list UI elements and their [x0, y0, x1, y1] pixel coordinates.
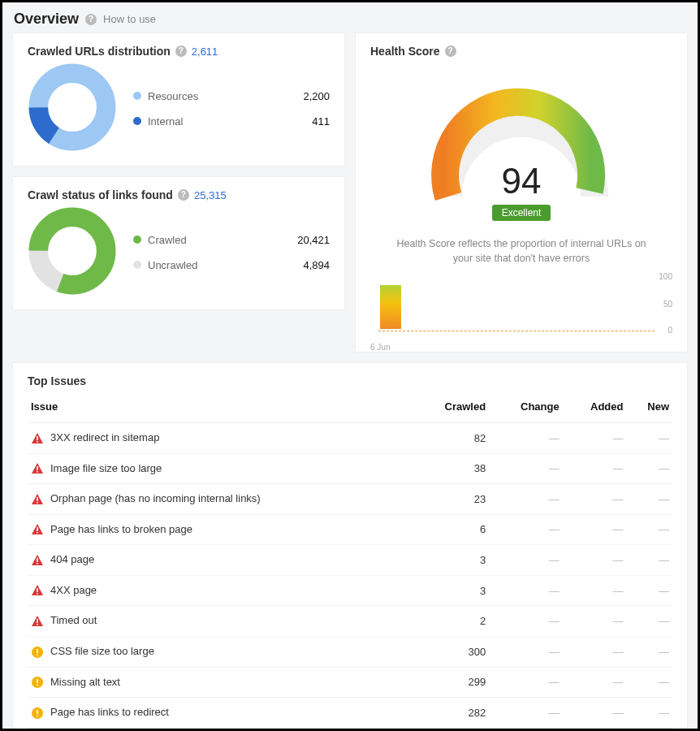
warning-circle-icon [31, 676, 44, 689]
y-tick-label: 100 [659, 272, 672, 281]
issue-link[interactable]: 4XX page [50, 584, 97, 596]
table-row[interactable]: Page has links to broken page6——— [28, 514, 672, 545]
issue-link[interactable]: Image file size too large [50, 462, 162, 474]
change-cell: — [489, 575, 563, 606]
table-row[interactable]: CSS file size too large300——— [28, 636, 672, 667]
svg-rect-20 [37, 654, 38, 655]
new-cell: — [626, 423, 672, 454]
issue-link[interactable]: CSS file size too large [50, 645, 154, 657]
svg-rect-12 [37, 558, 38, 562]
new-cell: — [626, 545, 672, 576]
legend-value: 411 [312, 115, 330, 128]
issue-cell: Timed out [28, 606, 412, 637]
legend-value: 2,200 [303, 90, 330, 102]
svg-rect-17 [37, 624, 38, 625]
new-cell: — [626, 667, 672, 698]
added-cell: — [563, 545, 627, 576]
col-new[interactable]: New [626, 392, 672, 423]
legend-item-internal[interactable]: Internal 411 [133, 109, 330, 134]
table-row[interactable]: 404 page3——— [28, 545, 672, 576]
issue-link[interactable]: Missing alt text [50, 676, 120, 688]
donut-chart-icon [28, 206, 117, 296]
issue-link[interactable]: Page has links to redirect [50, 706, 169, 718]
change-cell: — [489, 667, 563, 698]
added-cell: — [563, 636, 627, 667]
svg-rect-8 [37, 497, 38, 501]
issue-link[interactable]: 3XX redirect in sitemap [50, 431, 159, 443]
change-cell: — [489, 606, 563, 637]
crawled-cell: 82 [412, 423, 489, 454]
svg-rect-15 [37, 593, 38, 595]
legend-item-resources[interactable]: Resources 2,200 [133, 84, 330, 109]
crawl-status-total-link[interactable]: 25,315 [194, 189, 227, 201]
new-cell: — [626, 484, 672, 515]
legend-label: Resources [148, 90, 296, 102]
svg-rect-5 [37, 441, 38, 443]
how-to-use-link[interactable]: How to use [103, 13, 156, 25]
col-change[interactable]: Change [489, 392, 563, 423]
crawled-cell: 3 [412, 545, 489, 576]
help-icon[interactable]: ? [85, 14, 97, 25]
y-tick-label: 50 [663, 300, 672, 309]
help-icon[interactable]: ? [175, 45, 187, 57]
crawled-urls-title: Crawled URLs distribution [28, 45, 171, 58]
health-score-description: Health Score reflects the proportion of … [390, 237, 653, 266]
svg-rect-7 [37, 471, 38, 473]
table-header-row: Issue Crawled Change Added New [28, 392, 672, 423]
svg-rect-11 [37, 532, 38, 534]
legend-label: Uncrawled [148, 259, 296, 271]
legend-item-uncrawled[interactable]: Uncrawled 4,894 [133, 253, 330, 278]
legend-label: Internal [148, 115, 305, 128]
baseline-line [378, 331, 655, 331]
table-row[interactable]: Image file size too large38——— [28, 453, 672, 484]
table-row[interactable]: Page has links to redirect282——— [28, 698, 672, 729]
col-issue[interactable]: Issue [28, 392, 412, 423]
crawled-cell: 23 [412, 484, 489, 515]
col-crawled[interactable]: Crawled [412, 392, 489, 423]
table-row[interactable]: Missing alt text299——— [28, 667, 672, 698]
issue-cell: 404 page [28, 545, 412, 576]
crawl-status-card: Crawl status of links found ? 25,315 Cra… [12, 176, 345, 310]
issue-cell: Page has links to redirect [28, 698, 412, 729]
crawled-urls-total-link[interactable]: 2,611 [192, 45, 218, 58]
svg-rect-9 [37, 502, 38, 504]
svg-rect-25 [37, 710, 38, 714]
error-triangle-icon [31, 462, 44, 475]
crawled-urls-card: Crawled URLs distribution ? 2,611 Resour… [12, 32, 345, 167]
svg-rect-14 [37, 588, 38, 592]
crawled-cell: 38 [412, 453, 489, 484]
issue-link[interactable]: Orphan page (has no incoming internal li… [50, 492, 261, 504]
help-icon[interactable]: ? [445, 45, 456, 57]
crawled-cell: 3 [412, 575, 489, 606]
top-issues-table: Issue Crawled Change Added New 3XX redir… [28, 392, 672, 729]
col-added[interactable]: Added [563, 392, 627, 423]
error-triangle-icon [31, 432, 44, 445]
issue-link[interactable]: 404 page [50, 553, 94, 565]
change-cell: — [489, 453, 563, 484]
crawl-status-title: Crawl status of links found [28, 188, 173, 201]
legend-value: 20,421 [297, 234, 330, 246]
error-triangle-icon [31, 584, 44, 597]
help-icon[interactable]: ? [178, 189, 189, 201]
health-score-title-row: Health Score ? [370, 45, 672, 58]
health-score-badge: Excellent [492, 205, 551, 221]
page-header: Overview ? How to use [2, 2, 698, 32]
warning-circle-icon [31, 646, 44, 659]
crawled-cell: 300 [412, 636, 489, 667]
new-cell: — [626, 575, 672, 606]
table-row[interactable]: 3XX redirect in sitemap82——— [28, 423, 672, 454]
new-cell: — [626, 606, 672, 637]
table-row[interactable]: 4XX page3——— [28, 575, 672, 606]
table-row[interactable]: Timed out2——— [28, 606, 672, 637]
issue-link[interactable]: Timed out [50, 614, 97, 626]
crawl-status-title-row: Crawl status of links found ? 25,315 [28, 188, 330, 201]
issue-link[interactable]: Page has links to broken page [50, 523, 192, 535]
y-tick-label: 0 [668, 326, 672, 335]
crawled-urls-donut [28, 63, 125, 154]
issue-cell: Page has links to broken page [28, 514, 412, 545]
table-row[interactable]: Orphan page (has no incoming internal li… [28, 484, 672, 515]
svg-rect-26 [37, 715, 38, 716]
issue-cell: Image file size too large [28, 453, 412, 484]
legend-item-crawled[interactable]: Crawled 20,421 [133, 227, 330, 253]
issue-cell: Missing alt text [28, 667, 412, 698]
